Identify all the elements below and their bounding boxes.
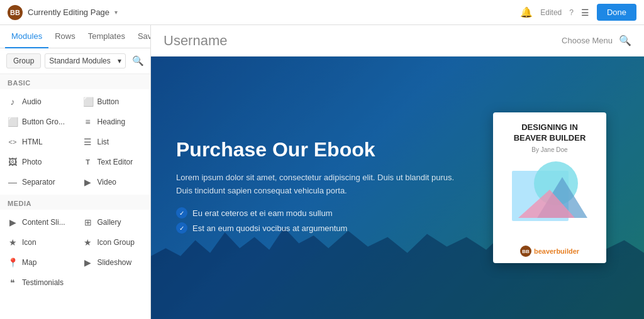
section-media-heading: Media: [0, 195, 150, 210]
heading-icon: ≡: [83, 117, 93, 127]
app-logo: BB: [8, 5, 23, 20]
book-author: By Jane Doe: [531, 146, 567, 153]
icon-icon: ★: [8, 237, 18, 247]
module-icon[interactable]: ★ Icon: [0, 232, 75, 252]
module-icon-group[interactable]: ★ Icon Group: [75, 232, 151, 252]
video-icon: ▶: [83, 177, 93, 187]
edited-status: Edited: [540, 8, 562, 17]
module-icon-label: Icon: [22, 238, 36, 247]
hero-section: Purchase Our Ebook Lorem ipsum dolor sit…: [151, 57, 644, 319]
module-separator-label: Separator: [22, 178, 55, 187]
module-text-editor[interactable]: T Text Editor: [75, 152, 151, 172]
dropdown-chevron-icon: ▾: [118, 57, 121, 65]
module-testimonials-label: Testimonials: [22, 278, 64, 287]
top-bar: BB Currently Editing Page ▾ 🔔 Edited ? ☰…: [0, 0, 644, 25]
main-layout: Modules Rows Templates Saved Group Stand…: [0, 25, 644, 319]
media-modules-grid: ▶ Content Sli... ⊞ Gallery ★ Icon ★ Icon…: [0, 210, 150, 295]
choose-menu-label[interactable]: Choose Menu: [562, 36, 613, 45]
photo-icon: 🖼: [8, 157, 18, 167]
tab-templates[interactable]: Templates: [82, 25, 131, 48]
tab-saved[interactable]: Saved: [131, 25, 151, 48]
button-group-icon: ⬜: [8, 117, 18, 127]
audio-icon: ♪: [8, 97, 18, 107]
module-gallery[interactable]: ⊞ Gallery: [75, 212, 151, 232]
group-button[interactable]: Group: [6, 53, 41, 68]
module-button-group-label: Button Gro...: [22, 117, 65, 126]
beaver-logo-icon: BB: [520, 246, 531, 257]
module-video[interactable]: ▶ Video: [75, 172, 151, 192]
title-chevron-icon[interactable]: ▾: [114, 9, 118, 16]
tab-rows[interactable]: Rows: [48, 25, 82, 48]
done-button[interactable]: Done: [597, 4, 636, 21]
module-gallery-label: Gallery: [97, 218, 121, 227]
list-icon: ☰: [83, 137, 93, 147]
icon-group-icon: ★: [83, 237, 93, 247]
module-button[interactable]: ⬜ Button: [75, 92, 151, 112]
module-text-editor-label: Text Editor: [97, 158, 133, 166]
gallery-icon: ⊞: [83, 217, 93, 227]
checklist-item-1: ✓ Eu erat ceteros et ei eam modu sullum: [176, 207, 468, 219]
canvas-page-title: Username: [164, 33, 227, 49]
basic-modules-grid: ♪ Audio ⬜ Button ⬜ Button Gro... ≡ Headi…: [0, 89, 150, 195]
module-video-label: Video: [97, 178, 116, 187]
search-icon[interactable]: 🔍: [132, 55, 144, 67]
checklist-item-2: ✓ Est an eum quodsi vocibus at argumentu…: [176, 222, 468, 234]
check-icon-1: ✓: [176, 207, 187, 219]
module-icon-group-label: Icon Group: [97, 238, 135, 247]
top-bar-right: 🔔 Edited ? ☰ Done: [520, 4, 636, 21]
beaver-logo-text: beaverbuilder: [534, 247, 579, 255]
canvas-header: Username Choose Menu 🔍: [151, 25, 644, 57]
sidebar-tabs: Modules Rows Templates Saved: [0, 25, 150, 48]
section-basic-heading: Basic: [0, 74, 150, 89]
button-icon: ⬜: [83, 97, 93, 107]
book-footer: BB beaverbuilder: [520, 246, 579, 257]
page-title: Currently Editing Page: [28, 8, 109, 17]
module-testimonials[interactable]: ❝ Testimonials: [0, 273, 75, 293]
book-card: DESIGNING INBEAVER BUILDER By Jane Doe B…: [493, 112, 606, 263]
canvas-header-right: Choose Menu 🔍: [562, 35, 631, 46]
text-editor-icon: T: [83, 158, 93, 166]
tab-modules[interactable]: Modules: [5, 25, 48, 48]
module-html-label: HTML: [22, 138, 43, 146]
module-photo-label: Photo: [22, 158, 42, 166]
module-content-slider-label: Content Sli...: [22, 218, 65, 227]
module-separator[interactable]: — Separator: [0, 172, 75, 192]
module-map[interactable]: 📍 Map: [0, 252, 75, 273]
help-icon[interactable]: ?: [569, 8, 574, 17]
module-content-slider[interactable]: ▶ Content Sli...: [0, 212, 75, 232]
top-bar-left: BB Currently Editing Page ▾: [8, 5, 118, 20]
slideshow-icon: ▶: [83, 257, 93, 268]
module-slideshow-label: Slideshow: [97, 258, 132, 267]
html-icon: <>: [8, 138, 18, 146]
canvas-search-icon[interactable]: 🔍: [619, 35, 631, 46]
bell-icon[interactable]: 🔔: [520, 6, 533, 18]
book-title: DESIGNING INBEAVER BUILDER: [514, 122, 586, 144]
hero-title: Purchase Our Ebook: [176, 138, 468, 161]
module-audio[interactable]: ♪ Audio: [0, 92, 75, 112]
hero-content: Purchase Our Ebook Lorem ipsum dolor sit…: [151, 138, 493, 238]
map-icon: 📍: [8, 257, 18, 268]
module-list-label: List: [97, 138, 109, 146]
hero-checklist: ✓ Eu erat ceteros et ei eam modu sullum …: [176, 207, 468, 234]
list-icon[interactable]: ☰: [581, 8, 589, 18]
content-slider-icon: ▶: [8, 217, 18, 227]
module-button-group[interactable]: ⬜ Button Gro...: [0, 112, 75, 132]
module-photo[interactable]: 🖼 Photo: [0, 152, 75, 172]
sidebar: Modules Rows Templates Saved Group Stand…: [0, 25, 151, 319]
module-map-label: Map: [22, 258, 36, 267]
group-select-dropdown[interactable]: Standard Modules ▾: [45, 53, 126, 68]
group-select-value: Standard Modules: [49, 57, 110, 65]
module-heading-label: Heading: [97, 117, 126, 126]
separator-icon: —: [8, 177, 18, 187]
module-heading[interactable]: ≡ Heading: [75, 112, 151, 132]
module-slideshow[interactable]: ▶ Slideshow: [75, 252, 151, 273]
check-icon-2: ✓: [176, 222, 187, 234]
book-shapes-graphic: [506, 158, 594, 234]
canvas-area: Username Choose Menu 🔍 Purchase Our Eboo…: [151, 25, 644, 319]
module-list[interactable]: ☰ List: [75, 132, 151, 152]
module-html[interactable]: <> HTML: [0, 132, 75, 152]
group-row: Group Standard Modules ▾ 🔍: [0, 48, 150, 74]
module-audio-label: Audio: [22, 97, 42, 106]
testimonials-icon: ❝: [8, 278, 18, 288]
module-button-label: Button: [97, 97, 119, 106]
